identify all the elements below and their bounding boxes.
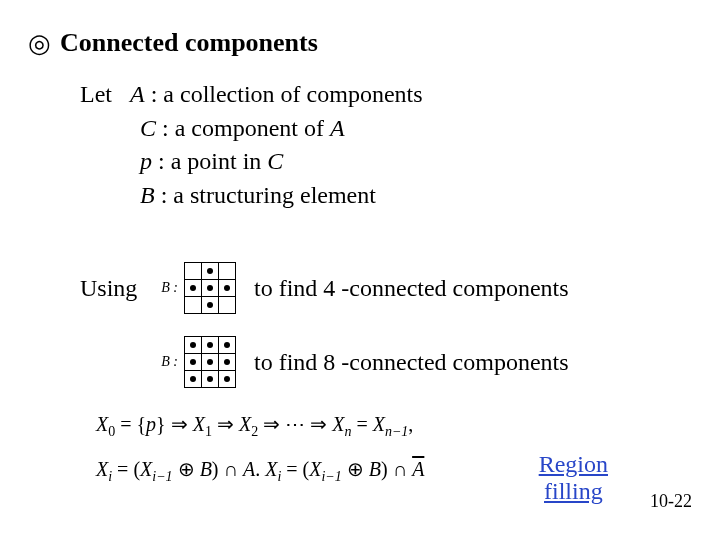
section-title: Connected components	[60, 28, 318, 58]
def-C: C : a component of A	[80, 112, 423, 146]
formula-line-2: Xi = (Xi−1 ⊕ B) ∩ A. Xi = (Xi−1 ⊕ B) ∩ A	[96, 453, 424, 488]
link-text-2: filling	[544, 478, 603, 504]
definitions-block: Let A : a collection of components C : a…	[80, 78, 423, 212]
B-colon-label-1: B :	[158, 280, 178, 296]
of-C: C	[267, 148, 283, 174]
var-C: C	[140, 115, 156, 141]
text-4connected: to find 4 -connected components	[254, 275, 569, 302]
structuring-element-8	[184, 336, 236, 388]
page-number: 10-22	[650, 491, 692, 512]
var-p: p	[140, 148, 152, 174]
desc-B: : a structuring element	[155, 182, 376, 208]
text-8connected: to find 8 -connected components	[254, 349, 569, 376]
region-filling-link[interactable]: Region filling	[539, 451, 608, 504]
section-bullet: ◎	[28, 28, 51, 59]
var-B: B	[140, 182, 155, 208]
formula-line-1: X0 = {p} ⇒ X1 ⇒ X2 ⇒ ⋯ ⇒ Xn = Xn−1,	[96, 408, 424, 443]
using-8connected-row: B : to find 8 -connected components	[80, 332, 569, 392]
def-B: B : a structuring element	[80, 179, 423, 213]
def-p: p : a point in C	[80, 145, 423, 179]
def-A: Let A : a collection of components	[80, 78, 423, 112]
formula-block: X0 = {p} ⇒ X1 ⇒ X2 ⇒ ⋯ ⇒ Xn = Xn−1, Xi =…	[96, 408, 424, 489]
desc-p: : a point in	[152, 148, 267, 174]
link-text-1: Region	[539, 451, 608, 477]
let-word: Let	[80, 81, 112, 107]
desc-C: : a component of	[156, 115, 330, 141]
using-4connected-row: Using B : to find 4 -connected component…	[80, 258, 569, 318]
of-A: A	[330, 115, 345, 141]
B-colon-label-2: B :	[158, 354, 178, 370]
structuring-element-4	[184, 262, 236, 314]
desc-A: : a collection of components	[145, 81, 423, 107]
using-label: Using	[80, 275, 158, 302]
var-A: A	[130, 81, 145, 107]
